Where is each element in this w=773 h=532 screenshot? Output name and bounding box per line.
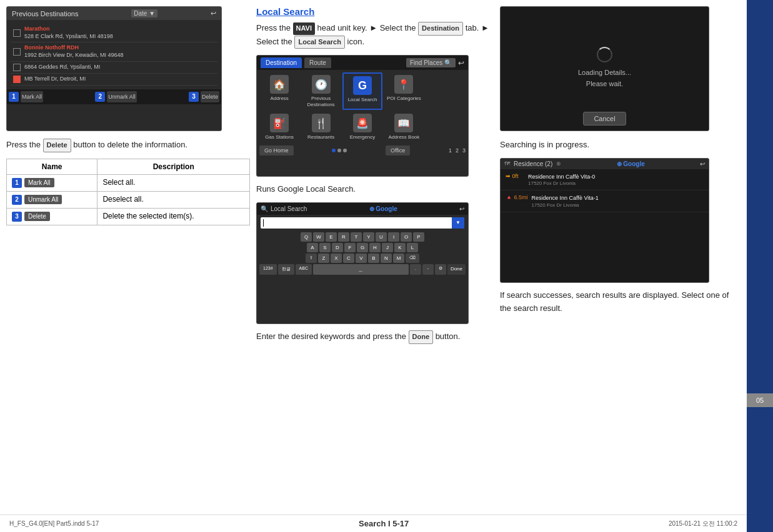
key-num[interactable]: 123# [259,264,277,275]
result-name-2: Residence Inn Caffè Vita-1 [532,194,599,202]
delete-button[interactable]: Delete [201,91,219,102]
key-t[interactable]: T [351,232,362,242]
key-done[interactable]: Done [447,264,466,275]
num-badge-1: 1 [9,92,19,102]
dropdown-arrow[interactable]: ▼ [452,217,464,229]
emergency-icon-item[interactable]: 🚨 Emergency [342,111,382,143]
key-g[interactable]: G [357,243,368,252]
key-f[interactable]: F [344,243,356,252]
address-book-icon: 📖 [394,114,413,132]
key-backspace[interactable]: ⌫ [406,254,419,263]
destination-badge: Destination [418,22,463,36]
done-badge: Done [409,330,434,344]
loading-screen: Loading Details... Please wait. Cancel [500,6,709,131]
unmark-all-button[interactable]: Unmark All [107,91,137,102]
checkbox[interactable] [13,76,21,83]
key-m[interactable]: M [393,254,404,263]
col-desc-header: Description [97,159,250,174]
result-item-1[interactable]: ➡ 0ft Residence Inn Caffè Vita-0 17520 F… [501,169,709,191]
route-tab[interactable]: Route [304,57,331,68]
key-n[interactable]: N [381,254,392,263]
go-home-btn[interactable]: Go Home [259,145,294,155]
key-h[interactable]: H [369,243,381,252]
key-settings[interactable]: ⚙ [435,264,446,275]
checkbox[interactable] [13,29,21,37]
key-s[interactable]: S [319,243,331,252]
key-abc[interactable]: ABC [296,264,312,275]
key-j[interactable]: J [382,243,393,252]
poi-categories-label: POI Categories [387,96,421,102]
key-k[interactable]: K [394,243,406,252]
back-icon[interactable]: ↩ [458,59,464,67]
table-cell-name-3: 3 Delete [7,208,97,225]
results-screen: 🗺 Residence (2) ⊕ ⊕ Google ↩ ➡ 0ft Resid… [500,158,709,283]
mark-all-button[interactable]: Mark All [21,91,43,102]
local-search-badge: Local Search [294,36,344,49]
restaurants-icon-item[interactable]: 🍴 Restaurants [301,111,341,143]
table-row: 2 Unmark All Deselect all. [7,191,250,208]
result-distance-1: ➡ 0ft [506,173,524,179]
screen-footer: 1 Mark All 2 Unmark All 3 Delete [7,89,221,104]
find-places-btn[interactable]: Find Places 🔍 [406,58,456,67]
loading-spinner [597,47,612,62]
address-book-icon-item[interactable]: 📖 Address Book [384,111,424,143]
dot-num-2: 2 [456,147,459,154]
local-search-icon-item[interactable]: G Local Search [342,72,382,110]
key-w[interactable]: W [313,232,324,242]
key-d[interactable]: D [332,243,343,252]
middle-column: Local Search Press the NAVI head unit ke… [256,6,494,526]
table-cell-name-1: 1 Mark All [7,174,97,191]
navi-badge: NAVI [293,22,315,35]
key-a[interactable]: A [307,243,318,252]
key-korean[interactable]: 한글 [278,264,294,275]
office-btn[interactable]: Office [386,145,410,155]
key-e[interactable]: E [326,232,337,242]
key-x[interactable]: X [331,254,342,263]
list-item: 6864 Geddes Rd, Ypsilanti, MI [11,62,217,74]
keyboard-screen: 🔍 Local Search ⊕ Google ↩ ▼ Q W E R [256,202,469,324]
result-item-2[interactable]: 🔺 6.5mi Residence Inn Caffè Vita-1 17520… [501,190,709,212]
gas-stations-icon-item[interactable]: ⛽ Gas Stations [259,111,299,143]
cancel-button[interactable]: Cancel [583,112,626,126]
key-dot[interactable]: . [410,264,421,275]
key-i[interactable]: I [388,232,399,242]
destinations-list: Marathon 528 E Clark Rd, Ypsilanti, MI 4… [7,20,221,89]
kb-back-icon[interactable]: ↩ [459,205,464,212]
date-dropdown[interactable]: Date ▼ [131,9,157,17]
prev-destinations-icon-item[interactable]: 🕐 Previous Destinations [301,72,341,110]
search-input[interactable]: ▼ [261,217,464,229]
key-c[interactable]: C [343,254,354,263]
local-search-heading: Local Search [256,6,494,17]
nav-search-area: Find Places 🔍 ↩ [406,58,464,67]
row-num-1: 1 [12,178,22,188]
key-l[interactable]: L [407,243,418,252]
poi-categories-icon-item[interactable]: 📍 POI Categories [384,72,424,110]
key-v[interactable]: V [356,254,367,263]
key-space[interactable]: ＿ [313,264,409,275]
checkbox[interactable] [13,48,21,56]
results-header-left: 🗺 Residence (2) ⊕ [504,160,561,167]
result-details-1: Residence Inn Caffè Vita-0 17520 Fox Dr … [528,173,595,187]
address-icon-item[interactable]: 🏠 Address [259,72,299,110]
checkbox[interactable] [13,64,21,71]
key-z[interactable]: Z [318,254,329,263]
dot-num-1: 1 [449,147,452,154]
main-content: Previous Destinations Date ▼ ↩ Marathon … [0,0,747,532]
key-u[interactable]: U [376,232,387,242]
key-b[interactable]: B [368,254,379,263]
nav-icons-grid: 🏠 Address 🕐 Previous Destinations G Loca… [257,70,468,145]
search-icon: 🔍 [261,205,268,212]
key-q[interactable]: Q [301,232,312,242]
key-o[interactable]: O [401,232,412,242]
key-p[interactable]: P [413,232,424,242]
results-back-icon[interactable]: ↩ [700,160,705,167]
nav-bottom-row: Go Home Office 1 2 3 [257,145,468,158]
key-shift[interactable]: ⇧ [306,254,317,263]
results-title: Residence (2) [514,160,552,167]
key-y[interactable]: Y [363,232,374,242]
mark-all-label: Mark All [24,178,54,187]
table-cell-desc-2: Deselect all. [97,191,250,208]
destination-tab[interactable]: Destination [261,57,302,68]
key-r[interactable]: R [338,232,349,242]
key-dash[interactable]: - [422,264,434,275]
